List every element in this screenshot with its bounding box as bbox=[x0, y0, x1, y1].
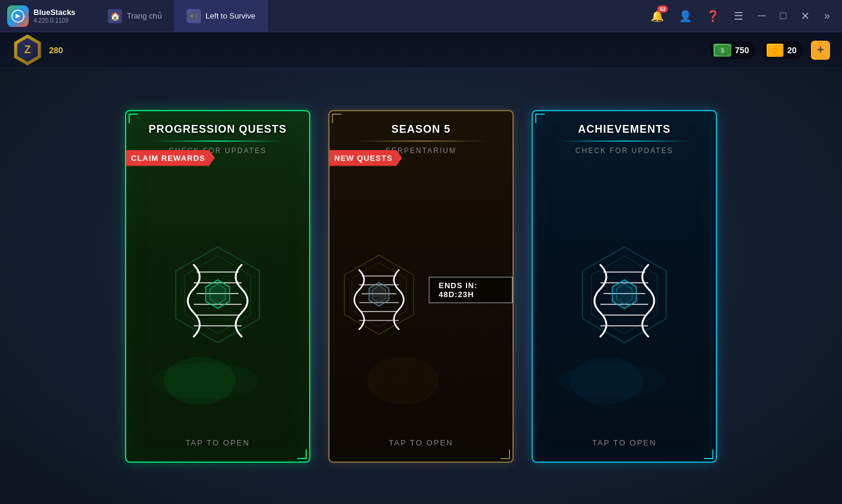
dna-icon-green bbox=[158, 241, 277, 349]
add-currency-button[interactable]: + bbox=[811, 41, 830, 60]
card-divider-teal bbox=[559, 140, 690, 142]
card-season5-title: SEASON 5 bbox=[339, 123, 503, 136]
quest-cards-container: PROGRESSION QUESTS CHECK FOR UPDATES CLA… bbox=[0, 68, 842, 504]
level-badge-inner: Z bbox=[16, 38, 39, 62]
svg-rect-10 bbox=[728, 54, 730, 56]
card-achievements-title: ACHIEVEMENTS bbox=[542, 123, 706, 136]
card-achievements-header: ACHIEVEMENTS CHECK FOR UPDATES bbox=[533, 111, 716, 161]
card-achievements-tap[interactable]: TAP TO OPEN bbox=[592, 429, 657, 462]
maximize-icon[interactable]: □ bbox=[777, 7, 789, 25]
account-icon[interactable]: 👤 bbox=[676, 7, 694, 25]
player-level: 280 bbox=[49, 45, 63, 55]
bluestacks-version: 4.220.0.1109 bbox=[33, 17, 75, 24]
bluestacks-topbar: BlueStacks 4.220.0.1109 🏠 Trang chủ Left… bbox=[0, 0, 842, 32]
cash-value: 750 bbox=[735, 45, 749, 55]
tab-game[interactable]: Left to Survive bbox=[175, 0, 268, 32]
tab-home-label: Trang chủ bbox=[127, 11, 162, 20]
level-badge-outer: Z bbox=[12, 35, 43, 66]
notification-button[interactable]: 🔔 62 bbox=[648, 7, 667, 26]
gold-icon: ⬡ bbox=[767, 44, 783, 57]
help-icon[interactable]: ❓ bbox=[704, 7, 722, 25]
level-letter: Z bbox=[25, 44, 31, 56]
card-season5-tap[interactable]: TAP TO OPEN bbox=[389, 429, 453, 462]
svg-point-2 bbox=[191, 15, 193, 17]
card-achievements[interactable]: ACHIEVEMENTS CHECK FOR UPDATES bbox=[532, 110, 717, 463]
add-icon: + bbox=[817, 43, 824, 57]
level-badge: Z bbox=[12, 35, 43, 66]
bluestacks-name: BlueStacks bbox=[33, 8, 75, 17]
more-icon[interactable]: » bbox=[822, 7, 832, 25]
svg-rect-3 bbox=[195, 15, 197, 17]
card-divider-dark bbox=[355, 140, 486, 142]
card-achievements-subtitle: CHECK FOR UPDATES bbox=[542, 146, 706, 155]
bluestacks-icon bbox=[7, 5, 29, 27]
card-progression-quests[interactable]: PROGRESSION QUESTS CHECK FOR UPDATES CLA… bbox=[125, 110, 310, 463]
card-progression-tap[interactable]: TAP TO OPEN bbox=[185, 429, 250, 462]
minimize-icon[interactable]: ─ bbox=[755, 7, 768, 25]
corner-br-dark bbox=[501, 450, 510, 459]
glow-bg-teal bbox=[553, 351, 696, 411]
svg-text:$: $ bbox=[721, 47, 724, 54]
bluestacks-name-group: BlueStacks 4.220.0.1109 bbox=[33, 8, 75, 24]
menu-icon[interactable]: ☰ bbox=[731, 7, 746, 25]
bluestacks-logo: BlueStacks 4.220.0.1109 bbox=[0, 5, 96, 27]
cash-icon: $ bbox=[713, 44, 731, 57]
new-quests-badge[interactable]: NEW QUESTS bbox=[328, 150, 402, 166]
dna-icon-teal bbox=[565, 241, 684, 349]
svg-marker-23 bbox=[210, 284, 225, 304]
dna-icon-dark bbox=[330, 241, 429, 349]
svg-rect-7 bbox=[715, 45, 717, 47]
card-progression-dna bbox=[126, 161, 309, 429]
card-achievements-dna bbox=[533, 161, 716, 429]
timer-box: ENDS IN: 48D:23H bbox=[429, 277, 513, 303]
gold-value: 20 bbox=[787, 45, 797, 55]
corner-br-teal bbox=[704, 450, 713, 459]
corner-br-green bbox=[297, 450, 307, 459]
svg-text:⬡: ⬡ bbox=[772, 47, 778, 54]
currency-group: $ 750 ⬡ 20 + bbox=[710, 41, 830, 60]
card-season5-dna: ENDS IN: 48D:23H bbox=[330, 161, 512, 429]
topbar-actions: 🔔 62 👤 ❓ ☰ ─ □ ✕ » bbox=[648, 7, 842, 26]
glow-bg-green bbox=[146, 351, 289, 411]
gold-currency: ⬡ 20 bbox=[763, 41, 804, 59]
tab-game-label: Left to Survive bbox=[206, 11, 255, 20]
card-season5[interactable]: SEASON 5 SERPENTARIUM NEW QUESTS bbox=[328, 110, 514, 463]
glow-bg-dark bbox=[349, 351, 493, 411]
close-icon[interactable]: ✕ bbox=[798, 7, 812, 25]
tab-home[interactable]: 🏠 Trang chủ bbox=[96, 0, 175, 32]
home-tab-icon: 🏠 bbox=[108, 9, 122, 23]
svg-marker-33 bbox=[373, 286, 386, 303]
card-progression-title: PROGRESSION QUESTS bbox=[136, 123, 300, 136]
svg-rect-9 bbox=[728, 45, 730, 47]
svg-marker-43 bbox=[617, 284, 632, 304]
notification-badge: 62 bbox=[657, 5, 668, 13]
svg-rect-8 bbox=[715, 54, 717, 56]
cash-currency: $ 750 bbox=[710, 41, 756, 59]
card-divider-green bbox=[152, 140, 283, 142]
claim-rewards-badge[interactable]: CLAIM REWARDS bbox=[125, 150, 215, 166]
game-tab-icon bbox=[187, 9, 201, 23]
game-header: Z 280 $ 750 bbox=[0, 32, 842, 68]
